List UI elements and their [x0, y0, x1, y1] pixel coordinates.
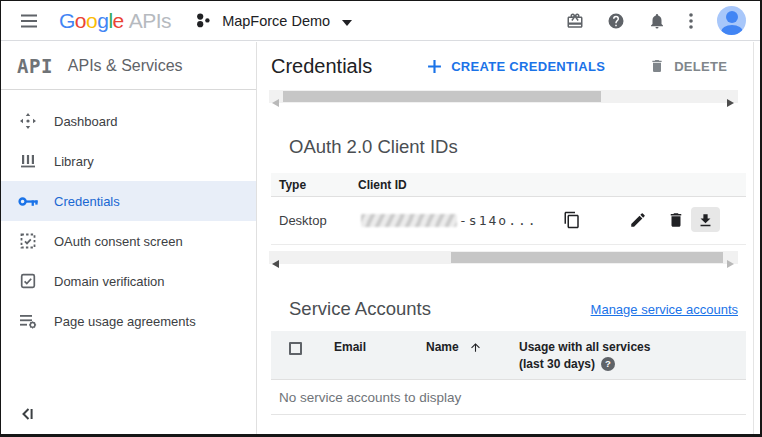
- sidebar-item-label: Domain verification: [54, 274, 165, 289]
- sidebar-item-credentials[interactable]: Credentials: [1, 181, 256, 221]
- avatar[interactable]: [717, 6, 746, 35]
- column-email: Email: [334, 340, 366, 354]
- help-tooltip-icon[interactable]: ?: [601, 357, 615, 371]
- horizontal-scrollbar-table[interactable]: [269, 251, 738, 264]
- chevron-down-icon: [342, 12, 352, 30]
- sidebar-item-domain-verification[interactable]: Domain verification: [1, 261, 256, 301]
- column-usage-line2: (last 30 days): [519, 357, 595, 371]
- delete-label: DELETE: [674, 59, 727, 74]
- more-vertical-icon[interactable]: [678, 8, 704, 34]
- column-name-sort[interactable]: Name: [426, 340, 482, 354]
- dashboard-icon: [17, 112, 39, 130]
- service-accounts-title: Service Accounts: [289, 298, 431, 320]
- sidebar-title: APIs & Services: [68, 57, 183, 75]
- service-accounts-table-header: Email Name Usage with all services (last…: [271, 331, 746, 380]
- sidebar-item-dashboard[interactable]: Dashboard: [1, 101, 256, 141]
- menu-icon[interactable]: [19, 11, 39, 31]
- main-content: Credentials CREATE CREDENTIALS DELETE: [258, 42, 760, 434]
- delete-button[interactable]: DELETE: [649, 58, 727, 74]
- trash-icon: [649, 58, 665, 74]
- key-icon: [17, 195, 39, 208]
- content-right-divider: [753, 42, 754, 434]
- scrollbar-thumb[interactable]: [451, 252, 723, 263]
- copy-icon[interactable]: [563, 211, 581, 229]
- create-credentials-label: CREATE CREDENTIALS: [451, 59, 605, 74]
- delete-row-icon[interactable]: [667, 211, 685, 229]
- column-usage-line2-wrap: (last 30 days) ?: [519, 357, 615, 371]
- sidebar-item-library[interactable]: Library: [1, 141, 256, 181]
- collapse-sidebar-icon[interactable]: [19, 406, 37, 424]
- edit-pencil-icon[interactable]: [629, 211, 647, 229]
- help-icon[interactable]: [603, 8, 629, 34]
- scroll-left-arrow-icon[interactable]: [272, 93, 280, 101]
- create-credentials-button[interactable]: CREATE CREDENTIALS: [427, 59, 605, 74]
- google-apis-logo: Google APIs: [59, 9, 171, 33]
- column-client-id: Client ID: [358, 178, 407, 192]
- column-name-label: Name: [426, 340, 459, 354]
- service-accounts-table: Email Name Usage with all services (last…: [271, 331, 746, 415]
- project-name: MapForce Demo: [222, 13, 330, 29]
- oauth-clients-table: Type Client ID Desktop -s14o...: [271, 173, 746, 245]
- manage-service-accounts-link[interactable]: Manage service accounts: [591, 302, 738, 317]
- agreements-icon: [17, 313, 39, 329]
- top-app-bar: Google APIs MapForce Demo: [1, 1, 760, 41]
- oauth-section-title: OAuth 2.0 Client IDs: [289, 136, 458, 158]
- sidebar-item-page-usage-agreements[interactable]: Page usage agreements: [1, 301, 256, 341]
- project-icon: [195, 12, 212, 29]
- empty-state-message: No service accounts to display: [279, 390, 461, 405]
- column-type: Type: [271, 178, 358, 192]
- horizontal-scrollbar-top[interactable]: [269, 90, 738, 103]
- project-selector[interactable]: MapForce Demo: [195, 12, 352, 30]
- scroll-right-arrow-icon[interactable]: [727, 93, 735, 101]
- scroll-right-arrow-icon[interactable]: [727, 254, 735, 262]
- oauth-table-header: Type Client ID: [271, 173, 746, 197]
- page-title: Credentials: [271, 55, 372, 78]
- sidebar-header: API APIs & Services: [1, 42, 256, 90]
- service-accounts-header-row: Service Accounts Manage service accounts: [289, 298, 738, 320]
- download-icon[interactable]: [691, 207, 720, 232]
- page-header: Credentials CREATE CREDENTIALS DELETE: [258, 42, 760, 90]
- sort-ascending-icon: [469, 341, 482, 354]
- redacted-client-id: [361, 214, 457, 227]
- google-logo: Google: [59, 9, 124, 33]
- column-usage-line1: Usage with all services: [519, 340, 650, 354]
- sidebar-item-oauth-consent-screen[interactable]: OAuth consent screen: [1, 221, 256, 261]
- sidebar-item-label: Page usage agreements: [54, 314, 196, 329]
- apis-logo-suffix: APIs: [129, 9, 171, 33]
- api-logo: API: [17, 55, 53, 77]
- table-row: Desktop -s14o...: [271, 197, 746, 245]
- plus-icon: [427, 59, 442, 74]
- sidebar: API APIs & Services Dashboard Library: [1, 42, 257, 434]
- select-all-checkbox[interactable]: [289, 342, 302, 355]
- sidebar-item-label: Dashboard: [54, 114, 118, 129]
- consent-screen-icon: [17, 233, 39, 249]
- client-id-suffix: -s14o...: [459, 213, 538, 228]
- sidebar-item-label: Credentials: [54, 194, 120, 209]
- scrollbar-thumb[interactable]: [283, 91, 601, 102]
- google-apis-console-window: Google APIs MapForce Demo: [0, 0, 762, 437]
- library-icon: [17, 152, 39, 170]
- sidebar-nav: Dashboard Library Credentials OAuth cons…: [1, 90, 256, 341]
- gift-icon[interactable]: [562, 8, 588, 34]
- sidebar-item-label: Library: [54, 154, 94, 169]
- domain-verification-icon: [17, 273, 39, 289]
- sidebar-item-label: OAuth consent screen: [54, 234, 183, 249]
- notifications-bell-icon[interactable]: [644, 8, 670, 34]
- empty-state-row: No service accounts to display: [271, 380, 746, 415]
- client-type-cell: Desktop: [279, 213, 327, 228]
- svg-text:?: ?: [605, 358, 611, 369]
- scroll-left-arrow-icon[interactable]: [272, 254, 280, 262]
